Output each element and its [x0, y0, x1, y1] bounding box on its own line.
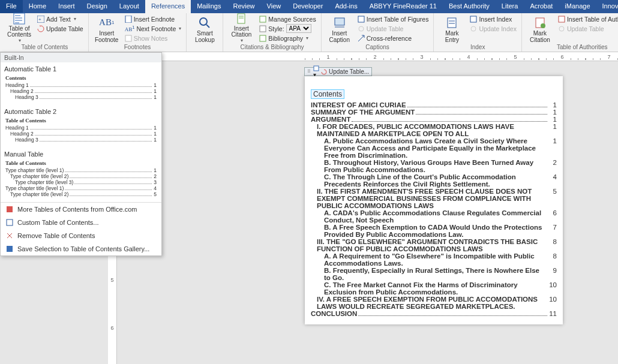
gallery-template-auto1[interactable]: Automatic Table 1 Contents Heading 11Hea…	[1, 62, 161, 105]
insert-index-button[interactable]: Insert Index	[469, 14, 517, 23]
tab-acrobat[interactable]: Acrobat	[524, 0, 559, 13]
refresh-icon	[558, 25, 565, 32]
search-icon	[198, 16, 211, 29]
svg-rect-29	[559, 16, 565, 22]
insert-footnote-button[interactable]: AB1 Insert Footnote	[92, 14, 121, 43]
tab-insert[interactable]: Insert	[52, 0, 81, 13]
toc-entry[interactable]: B. A Free Speech Exemption to CADA Would…	[311, 224, 557, 238]
notes-icon	[125, 35, 132, 42]
svg-point-26	[471, 26, 476, 31]
toc-entry[interactable]: A. A Requirement to "Go Elsewhere" is In…	[311, 252, 557, 267]
next-footnote-button[interactable]: AB1Next Footnote▾	[124, 24, 183, 33]
style-icon	[259, 25, 266, 32]
add-text-icon: +	[37, 16, 44, 23]
svg-rect-7	[125, 16, 131, 23]
table-of-contents-button[interactable]: Table of Contents▾	[5, 14, 34, 43]
toc-entry[interactable]: B. Frequently, Especially in Rural Setti…	[311, 267, 557, 281]
ribbon: Table of Contents▾ +Add Text▾ Update Tab…	[0, 13, 618, 52]
citation-style-picker[interactable]: Style:APA	[258, 24, 317, 33]
group-label-citations: Citations & Bibliography	[227, 43, 317, 52]
tab-file[interactable]: File	[0, 0, 23, 13]
group-label-toc: Table of Contents	[5, 43, 85, 52]
gallery-section-builtin: Built-In	[1, 53, 161, 62]
caption-icon	[333, 16, 346, 29]
toc-entry[interactable]: A. Public Accommodations Laws Create a C…	[311, 137, 557, 159]
tab-design[interactable]: Design	[81, 0, 113, 13]
insert-toa-button[interactable]: Insert Table of Authorities	[557, 14, 618, 23]
add-text-button[interactable]: +Add Text▾	[36, 14, 85, 23]
toc-entry[interactable]: ARGUMENT1	[311, 116, 557, 123]
tab-references[interactable]: References	[145, 0, 191, 13]
gallery-custom-toc[interactable]: Custom Table of Contents...	[1, 216, 161, 229]
ribbon-tabs: FileHomeInsertDesignLayoutReferencesMail…	[0, 0, 618, 13]
toc-entry[interactable]: SUMMARY OF THE ARGUMENT1	[311, 109, 557, 116]
toc-entry[interactable]: II. THE FIRST AMENDMENT'S FREE SPEECH CL…	[311, 188, 557, 209]
tab-abbyy-finereader-11[interactable]: ABBYY FineReader 11	[364, 0, 443, 13]
bibliography-icon	[259, 35, 266, 42]
tab-best-authority[interactable]: Best Authority	[443, 0, 496, 13]
tab-add-ins[interactable]: Add-ins	[329, 0, 363, 13]
toc-entry[interactable]: IV. A FREE SPEECH EXEMPTION FROM PUBLIC …	[311, 296, 557, 310]
document-area: 1234567 1234567 ⠿ ▾ Update Table... Cont…	[108, 52, 618, 364]
update-index-button: Update Index	[469, 24, 517, 33]
svg-rect-15	[260, 26, 266, 32]
svg-rect-19	[358, 16, 364, 22]
toc-entry[interactable]: INTEREST OF AMICI CURIAE1	[311, 101, 557, 109]
style-select[interactable]: APA	[286, 24, 311, 33]
toc-title: Contents	[311, 89, 344, 99]
update-table-button[interactable]: Update Table	[36, 24, 85, 33]
insert-caption-button[interactable]: Insert Caption	[325, 14, 354, 43]
citation-icon	[235, 13, 248, 25]
svg-point-28	[541, 23, 545, 28]
toc-entry[interactable]: I. FOR DECADES, PUBLIC ACCOMMODATIONS LA…	[311, 123, 557, 137]
svg-rect-8	[125, 35, 131, 41]
remove-icon	[5, 231, 14, 240]
toc-entry[interactable]: B. Throughout History, Various Groups Ha…	[311, 159, 557, 173]
svg-rect-16	[260, 35, 266, 41]
document-page[interactable]: Contents INTEREST OF AMICI CURIAE1SUMMAR…	[305, 76, 563, 324]
svg-rect-17	[335, 18, 344, 25]
toa-icon	[558, 16, 565, 23]
next-footnote-icon: AB1	[125, 25, 135, 32]
cross-reference-button[interactable]: Cross-reference	[356, 34, 430, 43]
insert-endnote-button[interactable]: Insert Endnote	[124, 14, 183, 23]
gallery-more-office[interactable]: More Tables of Contents from Office.com	[1, 203, 161, 216]
horizontal-ruler[interactable]: 1234567	[108, 52, 618, 61]
tab-imanage[interactable]: iManage	[559, 0, 596, 13]
toc-icon	[13, 13, 26, 25]
mark-citation-icon	[533, 16, 547, 29]
refresh-icon	[470, 25, 477, 32]
svg-rect-32	[7, 219, 13, 225]
toc-entry[interactable]: C. The Through Line of the Court's Publi…	[311, 173, 557, 188]
toc-entry[interactable]: III. THE "GO ELSEWHERE" ARGUMENT CONTRAD…	[311, 238, 557, 252]
tab-home[interactable]: Home	[23, 0, 52, 13]
index-icon	[470, 16, 477, 23]
manage-sources-button[interactable]: Manage Sources	[258, 14, 317, 23]
tab-innova[interactable]: Innova	[596, 0, 618, 13]
tab-developer[interactable]: Developer	[287, 0, 329, 13]
toc-entry[interactable]: C. The Free Market Cannot Fix the Harms …	[311, 281, 557, 296]
tab-layout[interactable]: Layout	[113, 0, 145, 13]
mark-citation-button[interactable]: Mark Citation	[526, 14, 554, 43]
smart-lookup-button[interactable]: Smart Lookup	[190, 14, 219, 43]
insert-citation-button[interactable]: Insert Citation▾	[227, 14, 256, 43]
group-label-toa: Table of Authorities	[526, 43, 618, 52]
tab-mailings[interactable]: Mailings	[191, 0, 227, 13]
gallery-template-auto2[interactable]: Automatic Table 2 Table of Contents Head…	[1, 105, 161, 148]
bibliography-button[interactable]: Bibliography▾	[258, 34, 317, 43]
svg-point-30	[559, 26, 564, 31]
toc-field-handle[interactable]: ⠿ ▾ Update Table...	[304, 67, 372, 76]
tab-view[interactable]: View	[261, 0, 287, 13]
svg-rect-0	[14, 13, 25, 24]
tab-review[interactable]: Review	[227, 0, 261, 13]
insert-tof-button[interactable]: Insert Table of Figures	[356, 14, 430, 23]
mark-entry-button[interactable]: Mark Entry	[437, 14, 466, 43]
gallery-remove-toc[interactable]: Remove Table of Contents	[1, 229, 161, 242]
tab-litera[interactable]: Litera	[496, 0, 524, 13]
gallery-save-selection[interactable]: Save Selection to Table of Contents Gall…	[1, 242, 161, 255]
svg-rect-11	[238, 14, 245, 23]
toc-entry[interactable]: A. CADA's Public Accommodations Clause R…	[311, 209, 557, 224]
toc-entry[interactable]: CONCLUSION11	[311, 310, 557, 317]
update-table-link[interactable]: Update Table...	[329, 68, 369, 75]
gallery-template-manual[interactable]: Manual Table Table of Contents Type chap…	[1, 148, 161, 202]
